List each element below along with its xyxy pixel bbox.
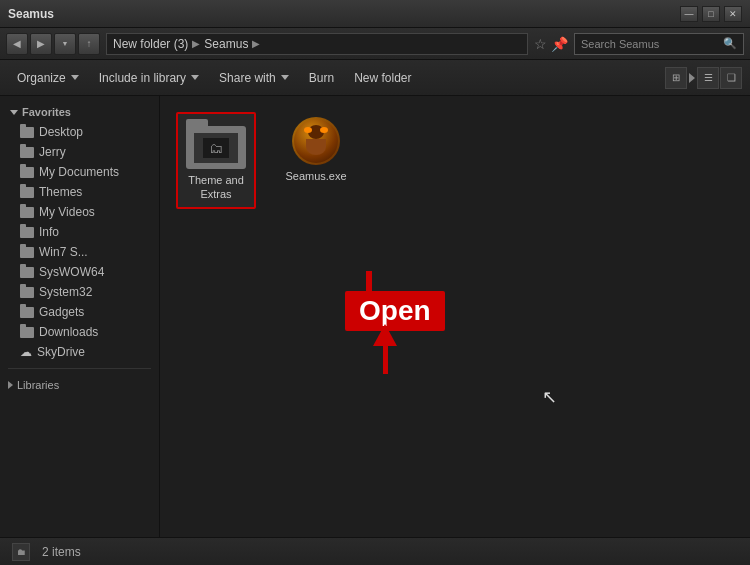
folder-content-icon: 🗂: [209, 140, 223, 156]
include-in-library-button[interactable]: Include in library: [90, 65, 208, 91]
sidebar-divider: [8, 368, 151, 369]
search-placeholder-text: Search Seamus: [581, 38, 659, 50]
status-bar: 🖿 2 items: [0, 537, 750, 565]
folder-icon: [20, 287, 34, 298]
minimize-button[interactable]: —: [680, 6, 698, 22]
arrow-up-triangle: [373, 324, 397, 346]
burn-button[interactable]: Burn: [300, 65, 343, 91]
path-separator-2: ▶: [252, 38, 260, 49]
cursor: ↖: [542, 386, 557, 408]
exe-icon-inner: [292, 117, 340, 165]
arrow-container: [373, 324, 397, 374]
share-chevron-icon: [281, 75, 289, 80]
favorites-header: Favorites: [0, 102, 159, 122]
sidebar-item-syswow64[interactable]: SysWOW64: [0, 262, 159, 282]
sidebar-item-my-documents[interactable]: My Documents: [0, 162, 159, 182]
libraries-header[interactable]: Libraries: [0, 375, 159, 395]
folder-icon: [20, 307, 34, 318]
status-item-count: 2 items: [42, 545, 81, 559]
file-item-theme-and-extras[interactable]: 🗂 Theme and Extras: [176, 112, 256, 209]
recent-locations-button[interactable]: ▼: [54, 33, 76, 55]
close-button[interactable]: ✕: [724, 6, 742, 22]
view-dropdown-icon: [689, 73, 695, 83]
window-title: Seamus: [8, 7, 54, 21]
view-tiles-button[interactable]: ⊞: [665, 67, 687, 89]
maximize-button[interactable]: □: [702, 6, 720, 22]
folder-icon-large: 🗂: [186, 119, 246, 169]
sidebar-item-desktop[interactable]: Desktop: [0, 122, 159, 142]
content-area: 🗂 Theme and Extras: [160, 96, 750, 537]
address-path[interactable]: New folder (3) ▶ Seamus ▶: [106, 33, 528, 55]
file-label-seamus-exe: Seamus.exe: [285, 169, 346, 183]
sidebar-item-gadgets[interactable]: Gadgets: [0, 302, 159, 322]
search-icon: 🔍: [723, 37, 737, 50]
sidebar: Favorites Desktop Jerry My Documents The…: [0, 96, 160, 537]
file-grid: 🗂 Theme and Extras: [172, 108, 738, 213]
folder-icon: [20, 267, 34, 278]
sidebar-item-system32[interactable]: System32: [0, 282, 159, 302]
up-button[interactable]: ↑: [78, 33, 100, 55]
view-buttons: ⊞ ☰ ❑: [665, 67, 742, 89]
folder-icon: [20, 327, 34, 338]
cloud-icon: ☁: [20, 345, 32, 359]
search-box[interactable]: Search Seamus 🔍: [574, 33, 744, 55]
add-to-favorites[interactable]: ☆ 📌: [534, 36, 568, 52]
favorites-expand-icon: [10, 110, 18, 115]
toolbar: Organize Include in library Share with B…: [0, 60, 750, 96]
libraries-expand-icon: [8, 381, 13, 389]
share-with-button[interactable]: Share with: [210, 65, 298, 91]
arrow-shaft-bottom: [383, 346, 388, 374]
window-controls: — □ ✕: [680, 6, 742, 22]
organize-chevron-icon: [71, 75, 79, 80]
sidebar-item-my-videos[interactable]: My Videos: [0, 202, 159, 222]
folder-icon: [20, 187, 34, 198]
sidebar-item-themes[interactable]: Themes: [0, 182, 159, 202]
folder-icon: [20, 207, 34, 218]
include-chevron-icon: [191, 75, 199, 80]
pin-icon: 📌: [551, 36, 568, 52]
forward-button[interactable]: ▶: [30, 33, 52, 55]
status-icon: 🖿: [12, 543, 30, 561]
title-bar: Seamus — □ ✕: [0, 0, 750, 28]
star-icon: ☆: [534, 36, 547, 52]
path-part-1: New folder (3): [113, 37, 188, 51]
organize-button[interactable]: Organize: [8, 65, 88, 91]
sidebar-item-win7s[interactable]: Win7 S...: [0, 242, 159, 262]
sidebar-item-downloads[interactable]: Downloads: [0, 322, 159, 342]
address-bar: ◀ ▶ ▼ ↑ New folder (3) ▶ Seamus ▶ ☆ 📌 Se…: [0, 28, 750, 60]
sidebar-item-jerry[interactable]: Jerry: [0, 142, 159, 162]
view-details-button[interactable]: ☰: [697, 67, 719, 89]
exe-icon: [288, 117, 344, 165]
folder-icon: [20, 167, 34, 178]
path-separator-1: ▶: [192, 38, 200, 49]
sidebar-item-info[interactable]: Info: [0, 222, 159, 242]
path-part-2: Seamus: [204, 37, 248, 51]
folder-icon: [20, 227, 34, 238]
folder-icon: [20, 247, 34, 258]
folder-icon: [20, 147, 34, 158]
view-preview-button[interactable]: ❑: [720, 67, 742, 89]
file-item-seamus-exe[interactable]: Seamus.exe: [276, 112, 356, 188]
folder-icon: [20, 127, 34, 138]
sidebar-item-skydrive[interactable]: ☁ SkyDrive: [0, 342, 159, 362]
new-folder-button[interactable]: New folder: [345, 65, 420, 91]
main-area: Favorites Desktop Jerry My Documents The…: [0, 96, 750, 537]
nav-buttons: ◀ ▶ ▼ ↑: [6, 33, 100, 55]
back-button[interactable]: ◀: [6, 33, 28, 55]
file-label-theme-and-extras: Theme and Extras: [183, 173, 249, 202]
